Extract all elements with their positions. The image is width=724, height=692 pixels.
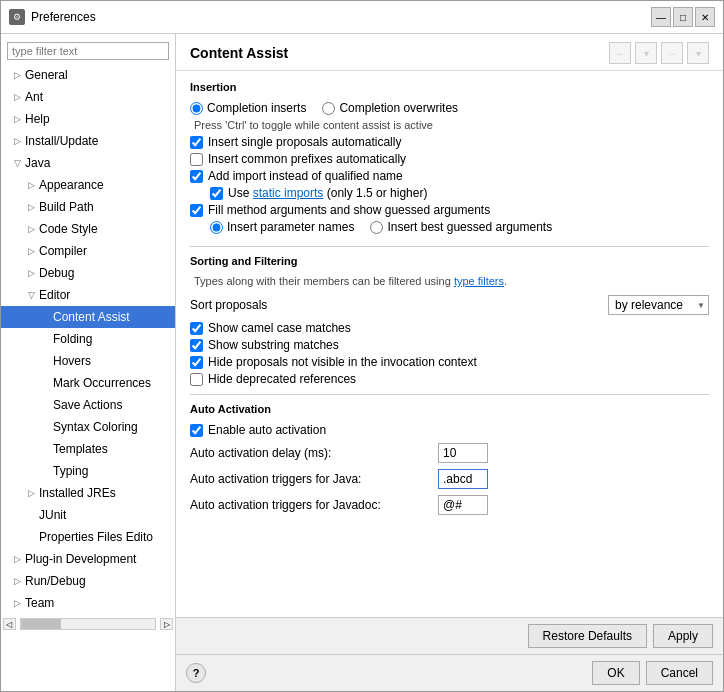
sidebar-item-folding[interactable]: Folding — [1, 328, 175, 350]
fill-method-label: Fill method arguments and show guessed a… — [208, 203, 490, 217]
scroll-left-button[interactable]: ◁ — [3, 618, 16, 630]
horizontal-scrollbar[interactable] — [20, 618, 156, 630]
java-triggers-input[interactable] — [438, 469, 488, 489]
sidebar-item-label: Install/Update — [25, 134, 98, 148]
main-content: ▷ General ▷ Ant ▷ Help ▷ Install/U — [1, 34, 723, 691]
nav-fwd-dropdown-button[interactable]: ▾ — [687, 42, 709, 64]
static-imports-checkbox[interactable] — [210, 187, 223, 200]
hide-not-visible-label: Hide proposals not visible in the invoca… — [208, 355, 477, 369]
fill-method-checkbox-row[interactable]: Fill method arguments and show guessed a… — [190, 203, 709, 217]
expand-icon-general: ▷ — [9, 70, 25, 80]
sidebar-item-syntax-coloring[interactable]: Syntax Coloring — [1, 416, 175, 438]
sidebar-item-properties[interactable]: Properties Files Edito — [1, 526, 175, 548]
completion-overwrites-option[interactable]: Completion overwrites — [322, 101, 458, 115]
sort-label: Sort proposals — [190, 298, 267, 312]
sidebar-item-debug[interactable]: ▷ Debug — [1, 262, 175, 284]
filter-input[interactable] — [7, 42, 169, 60]
sort-select[interactable]: by relevance alphabetically — [608, 295, 709, 315]
add-import-checkbox-row[interactable]: Add import instead of qualified name — [190, 169, 709, 183]
common-prefixes-checkbox-row[interactable]: Insert common prefixes automatically — [190, 152, 709, 166]
camel-case-checkbox-row[interactable]: Show camel case matches — [190, 321, 709, 335]
sidebar-item-label: Appearance — [39, 178, 104, 192]
static-imports-link[interactable]: static imports — [253, 186, 324, 200]
completion-overwrites-radio[interactable] — [322, 102, 335, 115]
hide-not-visible-checkbox-row[interactable]: Hide proposals not visible in the invoca… — [190, 355, 709, 369]
sidebar-item-compiler[interactable]: ▷ Compiler — [1, 240, 175, 262]
close-button[interactable]: ✕ — [695, 7, 715, 27]
maximize-button[interactable]: □ — [673, 7, 693, 27]
add-import-checkbox[interactable] — [190, 170, 203, 183]
sidebar-item-run-debug[interactable]: ▷ Run/Debug — [1, 570, 175, 592]
expand-icon-jres: ▷ — [23, 488, 39, 498]
sidebar-item-editor[interactable]: ▽ Editor — [1, 284, 175, 306]
common-prefixes-label: Insert common prefixes automatically — [208, 152, 406, 166]
static-imports-checkbox-row[interactable]: Use static imports (only 1.5 or higher) — [210, 186, 709, 200]
sidebar-item-team[interactable]: ▷ Team — [1, 592, 175, 614]
static-imports-label: Use static imports (only 1.5 or higher) — [228, 186, 427, 200]
minimize-button[interactable]: — — [651, 7, 671, 27]
best-guessed-option[interactable]: Insert best guessed arguments — [370, 220, 552, 234]
substring-label: Show substring matches — [208, 338, 339, 352]
sidebar-item-hovers[interactable]: Hovers — [1, 350, 175, 372]
sidebar-item-appearance[interactable]: ▷ Appearance — [1, 174, 175, 196]
sidebar-item-typing[interactable]: Typing — [1, 460, 175, 482]
completion-overwrites-label: Completion overwrites — [339, 101, 458, 115]
fill-method-checkbox[interactable] — [190, 204, 203, 217]
hide-deprecated-checkbox[interactable] — [190, 373, 203, 386]
panel-title: Content Assist — [190, 45, 288, 61]
completion-inserts-radio[interactable] — [190, 102, 203, 115]
delay-row: Auto activation delay (ms): — [190, 443, 709, 463]
window-title: Preferences — [31, 10, 96, 24]
javadoc-triggers-input[interactable] — [438, 495, 488, 515]
help-button[interactable]: ? — [186, 663, 206, 683]
common-prefixes-checkbox[interactable] — [190, 153, 203, 166]
sidebar-item-plug-in[interactable]: ▷ Plug-in Development — [1, 548, 175, 570]
ok-button[interactable]: OK — [592, 661, 639, 685]
nav-back-button[interactable]: ← — [609, 42, 631, 64]
substring-checkbox[interactable] — [190, 339, 203, 352]
single-proposals-checkbox-row[interactable]: Insert single proposals automatically — [190, 135, 709, 149]
nav-fwd-button[interactable]: → — [661, 42, 683, 64]
sidebar-item-build-path[interactable]: ▷ Build Path — [1, 196, 175, 218]
expand-icon-install: ▷ — [9, 136, 25, 146]
type-filters-link[interactable]: type filters — [454, 275, 504, 287]
sidebar-item-label: Ant — [25, 90, 43, 104]
delay-input[interactable] — [438, 443, 488, 463]
enable-auto-checkbox[interactable] — [190, 424, 203, 437]
best-guessed-radio[interactable] — [370, 221, 383, 234]
expand-icon-plugin: ▷ — [9, 554, 25, 564]
sidebar-item-ant[interactable]: ▷ Ant — [1, 86, 175, 108]
sidebar-item-label: Java — [25, 156, 50, 170]
single-proposals-checkbox[interactable] — [190, 136, 203, 149]
substring-checkbox-row[interactable]: Show substring matches — [190, 338, 709, 352]
sidebar-item-code-style[interactable]: ▷ Code Style — [1, 218, 175, 240]
sidebar-item-installed-jres[interactable]: ▷ Installed JREs — [1, 482, 175, 504]
sidebar-item-label: Debug — [39, 266, 74, 280]
sidebar-item-save-actions[interactable]: Save Actions — [1, 394, 175, 416]
sidebar-item-label: JUnit — [39, 508, 66, 522]
sidebar-item-label: General — [25, 68, 68, 82]
sidebar-item-install-update[interactable]: ▷ Install/Update — [1, 130, 175, 152]
sidebar-item-templates[interactable]: Templates — [1, 438, 175, 460]
completion-inserts-option[interactable]: Completion inserts — [190, 101, 306, 115]
sidebar-item-mark-occurrences[interactable]: Mark Occurrences — [1, 372, 175, 394]
sidebar-item-content-assist[interactable]: Content Assist — [1, 306, 175, 328]
sidebar-scrollbar: ◁ ▷ — [1, 614, 175, 634]
insert-param-names-option[interactable]: Insert parameter names — [210, 220, 354, 234]
sidebar-item-junit[interactable]: JUnit — [1, 504, 175, 526]
hide-deprecated-checkbox-row[interactable]: Hide deprecated references — [190, 372, 709, 386]
enable-auto-checkbox-row[interactable]: Enable auto activation — [190, 423, 709, 437]
apply-button[interactable]: Apply — [653, 624, 713, 648]
sidebar-item-java[interactable]: ▽ Java — [1, 152, 175, 174]
scroll-right-button[interactable]: ▷ — [160, 618, 173, 630]
sidebar-item-label: Typing — [53, 464, 88, 478]
sidebar-item-general[interactable]: ▷ General — [1, 64, 175, 86]
insert-param-names-radio[interactable] — [210, 221, 223, 234]
hide-not-visible-checkbox[interactable] — [190, 356, 203, 369]
camel-case-checkbox[interactable] — [190, 322, 203, 335]
sidebar-item-label: Content Assist — [53, 310, 130, 324]
restore-defaults-button[interactable]: Restore Defaults — [528, 624, 647, 648]
cancel-button[interactable]: Cancel — [646, 661, 713, 685]
sidebar-item-help[interactable]: ▷ Help — [1, 108, 175, 130]
nav-back-dropdown-button[interactable]: ▾ — [635, 42, 657, 64]
